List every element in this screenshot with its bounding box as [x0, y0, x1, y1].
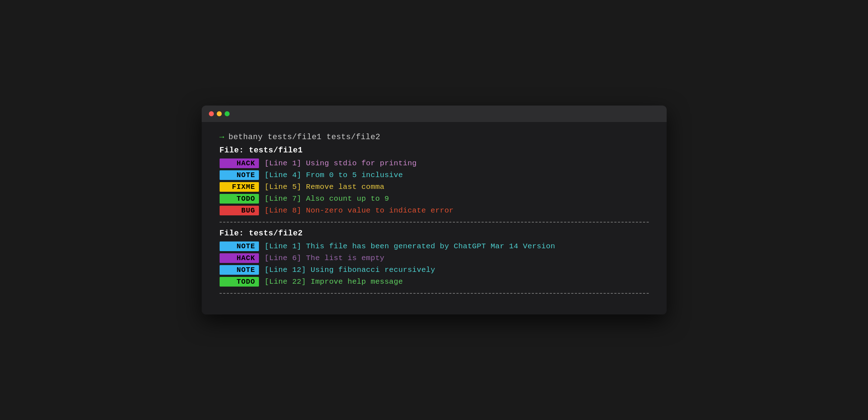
tag-fixme-badge: FIXME [220, 182, 259, 192]
close-button[interactable] [209, 111, 214, 116]
divider [220, 222, 649, 223]
file1-header: File: tests/file1 [220, 146, 649, 155]
titlebar [202, 106, 667, 122]
list-item: TODO [Line 22] Improve help message [220, 277, 649, 287]
terminal-body: → bethany tests/file1 tests/file2 File: … [202, 122, 667, 314]
entry-text: [Line 12] Using fibonacci recursively [265, 266, 435, 274]
tag-hack-badge: HACK [220, 253, 259, 263]
list-item: TODO [Line 7] Also count up to 9 [220, 194, 649, 204]
entry-text: [Line 22] Improve help message [265, 278, 403, 286]
entry-text: [Line 6] The list is empty [265, 254, 384, 262]
tag-note-badge: NOTE [220, 241, 259, 251]
tag-todo-badge: TODO [220, 194, 259, 204]
entry-text: [Line 1] Using stdio for printing [265, 159, 417, 167]
entry-text: [Line 8] Non-zero value to indicate erro… [265, 206, 454, 215]
list-item: BUG [Line 8] Non-zero value to indicate … [220, 206, 649, 215]
command-line: → bethany tests/file1 tests/file2 [220, 133, 649, 142]
divider-bottom [220, 293, 649, 294]
tag-bug-badge: BUG [220, 206, 259, 215]
terminal-window: → bethany tests/file1 tests/file2 File: … [202, 106, 667, 314]
entry-text: [Line 7] Also count up to 9 [265, 195, 389, 203]
list-item: HACK [Line 6] The list is empty [220, 253, 649, 263]
file2-header: File: tests/file2 [220, 229, 649, 238]
prompt-arrow: → [220, 133, 224, 142]
list-item: NOTE [Line 4] From 0 to 5 inclusive [220, 170, 649, 180]
minimize-button[interactable] [217, 111, 222, 116]
tag-note-badge: NOTE [220, 265, 259, 275]
tag-todo-badge: TODO [220, 277, 259, 287]
list-item: NOTE [Line 1] This file has been generat… [220, 241, 649, 251]
list-item: FIXME [Line 5] Remove last comma [220, 182, 649, 192]
maximize-button[interactable] [225, 111, 230, 116]
entry-text: [Line 5] Remove last comma [265, 183, 384, 191]
entry-text: [Line 4] From 0 to 5 inclusive [265, 171, 403, 179]
tag-hack-badge: HACK [220, 158, 259, 168]
entry-text: [Line 1] This file has been generated by… [265, 242, 555, 250]
tag-note-badge: NOTE [220, 170, 259, 180]
list-item: HACK [Line 1] Using stdio for printing [220, 158, 649, 168]
list-item: NOTE [Line 12] Using fibonacci recursive… [220, 265, 649, 275]
command-text: bethany tests/file1 tests/file2 [229, 133, 381, 142]
